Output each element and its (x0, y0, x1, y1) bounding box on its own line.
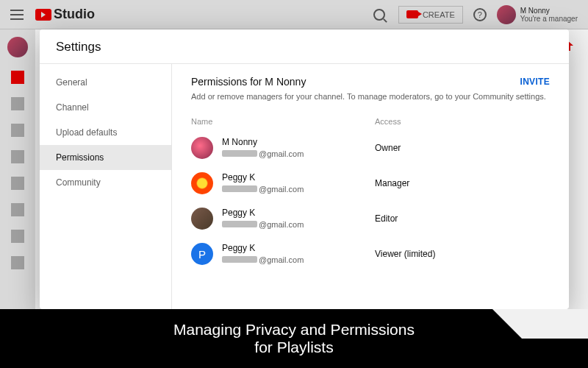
modal-title: Settings (40, 29, 569, 63)
dashboard-icon[interactable] (11, 71, 24, 84)
monetization-icon[interactable] (11, 230, 24, 243)
search-icon[interactable] (373, 9, 385, 21)
left-rail (0, 29, 35, 324)
youtube-icon (35, 9, 51, 21)
panel-title: Permissions for M Nonny (191, 76, 306, 88)
user-access: Editor (375, 213, 398, 224)
user-email: @gmail.com (222, 184, 375, 194)
nav-permissions[interactable]: Permissions (40, 145, 171, 170)
col-access-header: Access (375, 117, 401, 126)
settings-modal: Settings General Channel Upload defaults… (40, 29, 569, 309)
user-row: P Peggy K @gmail.com Viewer (limited) (191, 236, 550, 272)
nav-channel[interactable]: Channel (40, 95, 171, 120)
caption-line2: for Playlists (254, 339, 333, 356)
caption-line1: Managing Privacy and Permissions (173, 321, 415, 339)
create-button[interactable]: CREATE (398, 6, 463, 24)
user-avatar (191, 137, 213, 159)
avatar (497, 5, 516, 24)
nav-upload-defaults[interactable]: Upload defaults (40, 120, 171, 145)
camera-icon (406, 10, 418, 18)
permissions-panel: Permissions for M Nonny INVITE Add or re… (172, 64, 569, 309)
account-name: M Nonny (520, 7, 578, 15)
nav-community[interactable]: Community (40, 170, 171, 195)
top-bar: Studio CREATE ? M Nonny You're a manager (0, 0, 588, 29)
create-label: CREATE (423, 10, 455, 19)
user-name: Peggy K (222, 208, 375, 219)
user-name: Peggy K (222, 172, 375, 184)
caption-text: Managing Privacy and Permissions for Pla… (0, 309, 588, 368)
user-row: Peggy K @gmail.com Manager (191, 166, 550, 201)
user-avatar: P (191, 243, 213, 265)
user-access: Owner (375, 143, 401, 153)
help-icon[interactable]: ? (473, 8, 487, 21)
user-email: @gmail.com (222, 219, 375, 230)
playlists-icon[interactable] (11, 124, 24, 137)
comments-icon[interactable] (11, 177, 24, 190)
user-name: M Nonny (222, 137, 375, 149)
account-chip[interactable]: M Nonny You're a manager (497, 5, 578, 24)
user-name: Peggy K (222, 243, 375, 255)
account-subtitle: You're a manager (520, 15, 578, 23)
user-row: Peggy K @gmail.com Editor (191, 201, 550, 236)
user-access: Viewer (limited) (375, 249, 435, 259)
nav-general[interactable]: General (40, 70, 171, 95)
analytics-icon[interactable] (11, 150, 24, 163)
menu-icon[interactable] (10, 10, 24, 20)
channel-avatar[interactable] (7, 37, 28, 57)
library-icon[interactable] (11, 256, 24, 269)
user-email: @gmail.com (222, 149, 375, 159)
panel-description: Add or remove managers for your channel.… (191, 92, 550, 101)
user-access: Manager (375, 178, 409, 188)
studio-logo[interactable]: Studio (35, 7, 95, 22)
user-row: M Nonny @gmail.com Owner (191, 130, 550, 166)
settings-nav: General Channel Upload defaults Permissi… (40, 64, 172, 309)
user-email: @gmail.com (222, 255, 375, 265)
user-avatar (191, 172, 213, 194)
col-name-header: Name (191, 117, 375, 126)
subtitles-icon[interactable] (11, 203, 24, 216)
content-icon[interactable] (11, 97, 24, 110)
invite-button[interactable]: INVITE (520, 77, 550, 87)
user-avatar (191, 208, 213, 230)
logo-text: Studio (54, 7, 95, 22)
